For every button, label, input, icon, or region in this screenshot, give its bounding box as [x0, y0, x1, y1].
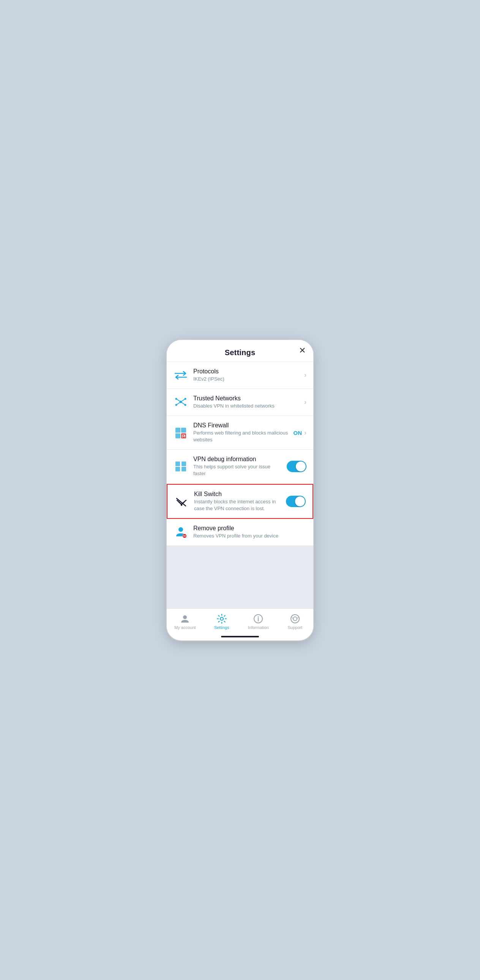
- vpn-debug-toggle-knob: [296, 461, 306, 471]
- remove-profile-icon: [173, 525, 188, 539]
- home-indicator: [167, 633, 313, 640]
- settings-content: Protocols IKEv2 (IPSec) ›: [167, 362, 313, 609]
- remove-profile-title: Remove profile: [193, 525, 307, 532]
- vpn-debug-subtitle: This helps support solve your issue fast…: [193, 463, 283, 477]
- settings-item-protocols[interactable]: Protocols IKEv2 (IPSec) ›: [167, 362, 313, 389]
- kill-switch-text: Kill Switch Instantly blocks the interne…: [194, 491, 282, 512]
- nav-item-my-account[interactable]: My account: [167, 612, 203, 631]
- settings-item-vpn-debug[interactable]: VPN debug information This helps support…: [167, 450, 313, 484]
- svg-rect-14: [181, 433, 186, 438]
- svg-point-9: [175, 404, 177, 406]
- remove-profile-text: Remove profile Removes VPN profile from …: [193, 525, 307, 539]
- kill-switch-toggle[interactable]: [286, 496, 306, 507]
- nav-label-my-account: My account: [174, 625, 195, 630]
- svg-point-30: [291, 614, 299, 623]
- nav-label-settings: Settings: [214, 625, 229, 630]
- protocols-right: ›: [303, 371, 307, 379]
- settings-item-dns-firewall[interactable]: DNS Firewall Performs web filtering and …: [167, 416, 313, 450]
- svg-rect-15: [175, 461, 180, 466]
- support-icon: [290, 613, 300, 624]
- svg-rect-13: [175, 433, 180, 438]
- nav-label-support: Support: [288, 625, 302, 630]
- protocols-icon: [173, 368, 188, 382]
- bottom-nav: My account Settings Information: [167, 609, 313, 633]
- svg-rect-16: [181, 461, 186, 466]
- vpn-debug-icon: [173, 459, 188, 474]
- svg-point-29: [258, 616, 259, 617]
- settings-icon: [216, 613, 227, 624]
- svg-point-31: [293, 617, 297, 620]
- close-button[interactable]: ✕: [299, 347, 306, 355]
- kill-switch-title: Kill Switch: [194, 491, 282, 498]
- svg-point-19: [181, 504, 182, 506]
- trusted-networks-icon: [173, 395, 188, 409]
- svg-point-7: [175, 398, 177, 399]
- protocols-title: Protocols: [193, 368, 299, 375]
- kill-switch-right: [286, 496, 306, 507]
- settings-item-kill-switch[interactable]: Kill Switch Instantly blocks the interne…: [167, 484, 313, 519]
- dns-firewall-title: DNS Firewall: [193, 422, 290, 429]
- gray-area: [167, 546, 313, 608]
- svg-point-26: [220, 617, 223, 620]
- header: Settings ✕: [167, 340, 313, 362]
- trusted-networks-text: Trusted Networks Disables VPN in whiteli…: [193, 395, 299, 409]
- trusted-networks-title: Trusted Networks: [193, 395, 299, 402]
- nav-label-information: Information: [248, 625, 269, 630]
- vpn-debug-text: VPN debug information This helps support…: [193, 456, 283, 477]
- vpn-debug-right: [287, 461, 307, 472]
- trusted-networks-right: ›: [303, 398, 307, 406]
- phone-container: Settings ✕ Protocols IKEv2 (IPSec): [166, 339, 314, 641]
- home-bar: [221, 636, 259, 637]
- kill-switch-subtitle: Instantly blocks the internet access in …: [194, 498, 282, 512]
- nav-item-information[interactable]: Information: [240, 612, 277, 631]
- protocols-chevron: ›: [304, 371, 307, 379]
- information-icon: [253, 613, 264, 624]
- dns-firewall-text: DNS Firewall Performs web filtering and …: [193, 422, 290, 443]
- nav-item-support[interactable]: Support: [277, 612, 314, 631]
- dns-firewall-status: ON: [294, 430, 302, 436]
- trusted-networks-chevron: ›: [304, 398, 307, 406]
- dns-firewall-right: ON ›: [294, 429, 307, 437]
- kill-switch-icon: [174, 494, 189, 509]
- settings-list: Protocols IKEv2 (IPSec) ›: [167, 362, 313, 546]
- page-title: Settings: [225, 348, 256, 357]
- nav-item-settings[interactable]: Settings: [203, 612, 240, 631]
- settings-item-remove-profile[interactable]: Remove profile Removes VPN profile from …: [167, 519, 313, 546]
- svg-point-25: [183, 615, 187, 619]
- svg-rect-17: [175, 467, 180, 471]
- svg-rect-18: [181, 467, 186, 471]
- my-account-icon: [180, 613, 190, 624]
- vpn-debug-toggle[interactable]: [287, 461, 307, 472]
- svg-line-33: [297, 617, 298, 618]
- dns-firewall-chevron: ›: [304, 429, 307, 437]
- svg-rect-11: [175, 428, 180, 433]
- protocols-subtitle: IKEv2 (IPSec): [193, 375, 299, 382]
- dns-firewall-subtitle: Performs web filtering and blocks malici…: [193, 430, 290, 443]
- dns-firewall-icon: [173, 425, 188, 440]
- svg-rect-12: [181, 428, 186, 433]
- svg-point-21: [178, 527, 183, 532]
- protocols-text: Protocols IKEv2 (IPSec): [193, 368, 299, 382]
- kill-switch-toggle-knob: [295, 496, 305, 506]
- trusted-networks-subtitle: Disables VPN in whitelisted networks: [193, 402, 299, 409]
- vpn-debug-title: VPN debug information: [193, 456, 283, 463]
- svg-point-8: [184, 398, 186, 399]
- settings-item-trusted-networks[interactable]: Trusted Networks Disables VPN in whiteli…: [167, 389, 313, 416]
- svg-point-10: [184, 404, 186, 406]
- svg-line-32: [292, 617, 293, 618]
- remove-profile-subtitle: Removes VPN profile from your device: [193, 533, 307, 539]
